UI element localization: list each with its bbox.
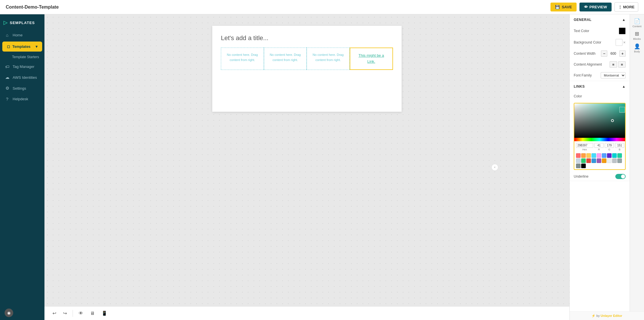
b-label: B xyxy=(619,148,620,151)
sidebar-item-settings[interactable]: ⚙ Settings xyxy=(0,83,44,94)
underline-label: Underline xyxy=(574,174,588,178)
color-swatch-small[interactable] xyxy=(597,153,601,158)
body-panel-icon[interactable]: 👤 Body xyxy=(631,42,643,54)
tag-icon: 🏷 xyxy=(5,64,10,69)
blocks-icon: ⊞ xyxy=(635,31,639,37)
links-section-header[interactable]: LINKS ▲ xyxy=(570,81,630,92)
general-section: GENERAL ▲ Text Color Background Color ✕ xyxy=(570,14,630,81)
mobile-view-button[interactable]: 📱 xyxy=(99,309,110,318)
color-swatch-small[interactable] xyxy=(602,158,606,163)
content-width-row: Content Width − 600 + xyxy=(570,48,630,59)
links-color-label: Color xyxy=(574,94,582,98)
topbar-actions: 💾 SAVE 👁 PREVIEW ⋮ MORE xyxy=(550,2,638,12)
color-swatch-small[interactable] xyxy=(607,153,612,158)
color-swatch-small[interactable] xyxy=(592,158,596,163)
preview-toggle-button[interactable]: 👁 xyxy=(76,309,85,318)
content-block-4[interactable]: This might be a Link. xyxy=(350,48,393,70)
help-icon: ? xyxy=(5,97,10,101)
color-swatch-small[interactable] xyxy=(617,158,622,163)
b-input[interactable] xyxy=(615,143,624,148)
links-section: LINKS ▲ Color xyxy=(570,81,630,181)
hex-input[interactable] xyxy=(576,143,593,148)
sidebar-item-templates[interactable]: ◻ Templates ▾ xyxy=(2,42,42,52)
preview-button[interactable]: 👁 PREVIEW xyxy=(579,3,612,11)
block-2-text: No content here. Drag content from right… xyxy=(270,53,301,62)
hue-slider[interactable] xyxy=(574,138,625,141)
sidebar-item-home[interactable]: ⌂ Home xyxy=(0,30,44,40)
helpdesk-label: Helpdesk xyxy=(13,97,28,101)
g-input[interactable] xyxy=(605,143,614,148)
canvas-area: Let's add a title... No content here. Dr… xyxy=(44,14,569,306)
sidebar-item-tag-manager[interactable]: 🏷 Tag Manager xyxy=(0,61,44,72)
content-blocks: No content here. Drag content from right… xyxy=(221,48,393,70)
bg-color-control: ✕ xyxy=(616,39,626,46)
content-panel-icon[interactable]: 📄 Content xyxy=(631,17,643,29)
content-block-3[interactable]: No content here. Drag content from right… xyxy=(307,48,350,70)
color-swatch-small[interactable] xyxy=(597,158,601,163)
width-increase-button[interactable]: + xyxy=(619,50,626,57)
font-family-label: Font Family xyxy=(574,73,592,77)
bg-color-swatch[interactable] xyxy=(616,39,622,46)
color-swatch-small[interactable] xyxy=(602,153,606,158)
undo-button[interactable]: ↩ xyxy=(50,309,59,318)
color-picker[interactable]: Hex R G B xyxy=(574,103,626,170)
text-color-swatch[interactable] xyxy=(619,28,626,34)
r-input[interactable] xyxy=(594,143,604,148)
color-swatch-small[interactable] xyxy=(612,153,617,158)
color-swatch-small[interactable] xyxy=(576,158,581,163)
sidebar-item-helpdesk[interactable]: ? Helpdesk xyxy=(0,94,44,104)
color-swatch-small[interactable] xyxy=(581,158,586,163)
links-collapse-icon: ▲ xyxy=(622,85,626,89)
sidebar: ▷ SEMPLATES ⌂ Home ◻ Templates ▾ Templat… xyxy=(0,14,44,320)
email-title[interactable]: Let's add a title... xyxy=(221,34,393,42)
save-button[interactable]: 💾 SAVE xyxy=(550,3,576,11)
hex-label: Hex xyxy=(582,148,587,151)
font-family-select[interactable]: Montserrat Arial Georgia xyxy=(601,72,626,78)
blocks-panel-icon[interactable]: ⊞ Blocks xyxy=(631,30,643,41)
collapse-panel-button[interactable]: ‹ xyxy=(491,164,498,171)
color-swatch-small[interactable] xyxy=(581,164,586,168)
content-width-control: − 600 + xyxy=(601,50,626,57)
desktop-view-button[interactable]: 🖥 xyxy=(88,309,97,318)
color-swatch-small[interactable] xyxy=(612,158,617,163)
underline-toggle[interactable] xyxy=(615,174,626,179)
content-block-2[interactable]: No content here. Drag content from right… xyxy=(264,48,307,70)
color-swatch-small[interactable] xyxy=(581,153,586,158)
color-swatch-small[interactable] xyxy=(576,164,581,168)
color-swatch-small[interactable] xyxy=(586,153,591,158)
save-icon: 💾 xyxy=(555,5,560,9)
color-swatch-small[interactable] xyxy=(607,158,612,163)
canvas-inner: Let's add a title... No content here. Dr… xyxy=(44,14,569,123)
r-input-col: R xyxy=(594,143,604,151)
cloud-icon: ☁ xyxy=(5,75,10,80)
bg-color-clear[interactable]: ✕ xyxy=(623,41,626,44)
sidebar-item-aws-identities[interactable]: ☁ AWS Identities xyxy=(0,72,44,83)
panel-icons: 📄 Content ⊞ Blocks 👤 Body xyxy=(630,14,644,320)
redo-button[interactable]: ↪ xyxy=(61,309,69,318)
right-panel: GENERAL ▲ Text Color Background Color ✕ xyxy=(569,14,644,320)
sidebar-item-template-starters[interactable]: Template Starters xyxy=(0,53,44,61)
logo-icon: ▷ xyxy=(3,19,7,26)
align-left-button[interactable]: ≡ xyxy=(610,61,617,68)
color-swatch-small[interactable] xyxy=(617,153,622,158)
unlayer-link[interactable]: Unlayer Editor xyxy=(601,314,622,317)
color-swatch-small[interactable] xyxy=(592,153,596,158)
width-decrease-button[interactable]: − xyxy=(601,50,607,57)
color-swatch-small[interactable] xyxy=(576,153,581,158)
align-right-button[interactable]: ≡ xyxy=(618,61,626,68)
general-collapse-icon: ▲ xyxy=(622,18,626,22)
toolbar-separator xyxy=(73,310,73,317)
color-gradient[interactable] xyxy=(574,103,625,138)
font-family-row: Font Family Montserrat Arial Georgia xyxy=(570,70,630,81)
avatar[interactable]: ◉ xyxy=(5,309,13,317)
underline-row: Underline xyxy=(570,172,630,181)
content-block-1[interactable]: No content here. Drag content from right… xyxy=(221,48,264,70)
color-swatch-small[interactable] xyxy=(586,158,591,163)
body-icon: 👤 xyxy=(634,43,640,50)
template-starters-label: Template Starters xyxy=(12,55,39,59)
link-text[interactable]: This might be a Link. xyxy=(359,53,384,64)
active-color-swatch xyxy=(619,107,625,113)
block-3-text: No content here. Drag content from right… xyxy=(313,53,344,62)
general-section-header[interactable]: GENERAL ▲ xyxy=(570,14,630,25)
more-button[interactable]: ⋮ MORE xyxy=(614,2,638,12)
